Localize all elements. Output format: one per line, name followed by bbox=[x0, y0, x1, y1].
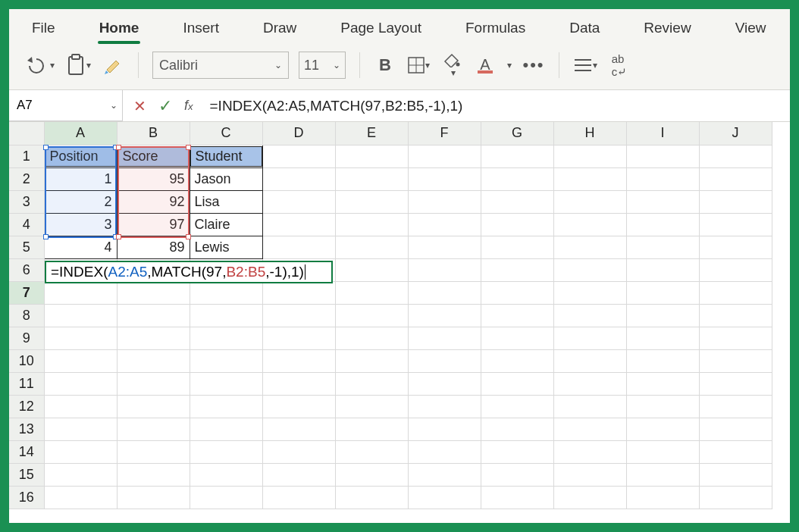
cell-D13[interactable] bbox=[262, 418, 335, 440]
cell-I14[interactable] bbox=[626, 440, 699, 463]
accept-icon[interactable]: ✓ bbox=[158, 96, 172, 116]
cell-D8[interactable] bbox=[262, 304, 335, 327]
cell-G15[interactable] bbox=[481, 463, 553, 486]
cell-G3[interactable] bbox=[481, 190, 553, 213]
tab-data[interactable]: Data bbox=[562, 15, 607, 44]
cell-I1[interactable] bbox=[626, 145, 699, 167]
cell-D12[interactable] bbox=[262, 395, 335, 418]
cell-C10[interactable] bbox=[190, 349, 262, 372]
cell-G11[interactable] bbox=[481, 372, 553, 395]
cell-E8[interactable] bbox=[335, 304, 408, 327]
cell-E3[interactable] bbox=[335, 190, 408, 213]
cell-I3[interactable] bbox=[626, 190, 699, 213]
cell-J1[interactable] bbox=[699, 145, 772, 167]
cell-H12[interactable] bbox=[553, 395, 626, 418]
cell-F13[interactable] bbox=[408, 418, 481, 440]
cell-B11[interactable] bbox=[117, 372, 190, 395]
cell-G13[interactable] bbox=[481, 418, 553, 440]
cell-E15[interactable] bbox=[335, 463, 408, 486]
cell-F15[interactable] bbox=[408, 463, 481, 486]
cell-H8[interactable] bbox=[553, 304, 626, 327]
cell-F1[interactable] bbox=[408, 145, 481, 167]
cell-A14[interactable] bbox=[44, 440, 117, 463]
cell-J2[interactable] bbox=[699, 167, 772, 190]
cell-E1[interactable] bbox=[335, 145, 408, 167]
cell-D14[interactable] bbox=[262, 440, 335, 463]
cell-F14[interactable] bbox=[408, 440, 481, 463]
col-header-G[interactable]: G bbox=[481, 122, 553, 145]
cell-F6[interactable] bbox=[408, 258, 481, 281]
cell-G2[interactable] bbox=[481, 167, 553, 190]
cell-F7[interactable] bbox=[408, 281, 481, 304]
col-header-C[interactable]: C bbox=[190, 122, 262, 145]
row-header-13[interactable]: 13 bbox=[9, 418, 44, 440]
undo-button[interactable]: ▾ bbox=[24, 52, 55, 79]
cell-H13[interactable] bbox=[553, 418, 626, 440]
cell-J15[interactable] bbox=[699, 463, 772, 486]
tab-home[interactable]: Home bbox=[92, 15, 147, 44]
row-header-5[interactable]: 5 bbox=[9, 236, 44, 258]
cell-F12[interactable] bbox=[408, 395, 481, 418]
cell-B1[interactable]: Score bbox=[117, 145, 190, 167]
cell-H5[interactable] bbox=[553, 236, 626, 258]
cell-B12[interactable] bbox=[117, 395, 190, 418]
cell-C13[interactable] bbox=[190, 418, 262, 440]
cell-C15[interactable] bbox=[190, 463, 262, 486]
cell-B14[interactable] bbox=[117, 440, 190, 463]
cell-J8[interactable] bbox=[699, 304, 772, 327]
cell-H7[interactable] bbox=[553, 281, 626, 304]
cell-A5[interactable]: 4 bbox=[44, 236, 117, 258]
cell-E6[interactable] bbox=[335, 258, 408, 281]
cell-H1[interactable] bbox=[553, 145, 626, 167]
row-header-4[interactable]: 4 bbox=[9, 213, 44, 236]
cell-D9[interactable] bbox=[262, 327, 335, 349]
cell-D15[interactable] bbox=[262, 463, 335, 486]
cell-D1[interactable] bbox=[262, 145, 335, 167]
cell-G1[interactable] bbox=[481, 145, 553, 167]
cell-G10[interactable] bbox=[481, 349, 553, 372]
tab-formulas[interactable]: Formulas bbox=[458, 15, 533, 44]
cell-I9[interactable] bbox=[626, 327, 699, 349]
row-header-3[interactable]: 3 bbox=[9, 190, 44, 213]
font-size-input[interactable] bbox=[304, 58, 333, 74]
cell-B5[interactable]: 89 bbox=[117, 236, 190, 258]
cell-C5[interactable]: Lewis bbox=[190, 236, 262, 258]
cell-A3[interactable]: 2 bbox=[44, 190, 117, 213]
cell-H3[interactable] bbox=[553, 190, 626, 213]
cell-E9[interactable] bbox=[335, 327, 408, 349]
cell-B16[interactable] bbox=[117, 486, 190, 509]
cell-C14[interactable] bbox=[190, 440, 262, 463]
cell-A12[interactable] bbox=[44, 395, 117, 418]
align-button[interactable]: ▾ bbox=[573, 52, 597, 79]
cell-E10[interactable] bbox=[335, 349, 408, 372]
cell-E7[interactable] bbox=[335, 281, 408, 304]
cell-F5[interactable] bbox=[408, 236, 481, 258]
cell-I12[interactable] bbox=[626, 395, 699, 418]
cell-J16[interactable] bbox=[699, 486, 772, 509]
font-color-button[interactable]: A bbox=[474, 52, 497, 79]
cell-A15[interactable] bbox=[44, 463, 117, 486]
tab-review[interactable]: Review bbox=[636, 15, 698, 44]
name-box[interactable]: A7 ⌄ bbox=[9, 90, 123, 121]
cell-G8[interactable] bbox=[481, 304, 553, 327]
cell-D4[interactable] bbox=[262, 213, 335, 236]
cell-C16[interactable] bbox=[190, 486, 262, 509]
cell-C3[interactable]: Lisa bbox=[190, 190, 262, 213]
cell-A13[interactable] bbox=[44, 418, 117, 440]
cell-A9[interactable] bbox=[44, 327, 117, 349]
cell-H4[interactable] bbox=[553, 213, 626, 236]
cell-C4[interactable]: Claire bbox=[190, 213, 262, 236]
cell-E12[interactable] bbox=[335, 395, 408, 418]
tab-file[interactable]: File bbox=[24, 15, 63, 44]
cell-B9[interactable] bbox=[117, 327, 190, 349]
cell-G5[interactable] bbox=[481, 236, 553, 258]
cell-J11[interactable] bbox=[699, 372, 772, 395]
cell-I11[interactable] bbox=[626, 372, 699, 395]
cell-B15[interactable] bbox=[117, 463, 190, 486]
active-edit-cell[interactable]: =INDEX(A2:A5,MATCH(97,B2:B5,-1),1) bbox=[45, 261, 333, 283]
row-header-15[interactable]: 15 bbox=[9, 463, 44, 486]
row-header-8[interactable]: 8 bbox=[9, 304, 44, 327]
row-header-16[interactable]: 16 bbox=[9, 486, 44, 509]
cell-H6[interactable] bbox=[553, 258, 626, 281]
cell-H14[interactable] bbox=[553, 440, 626, 463]
